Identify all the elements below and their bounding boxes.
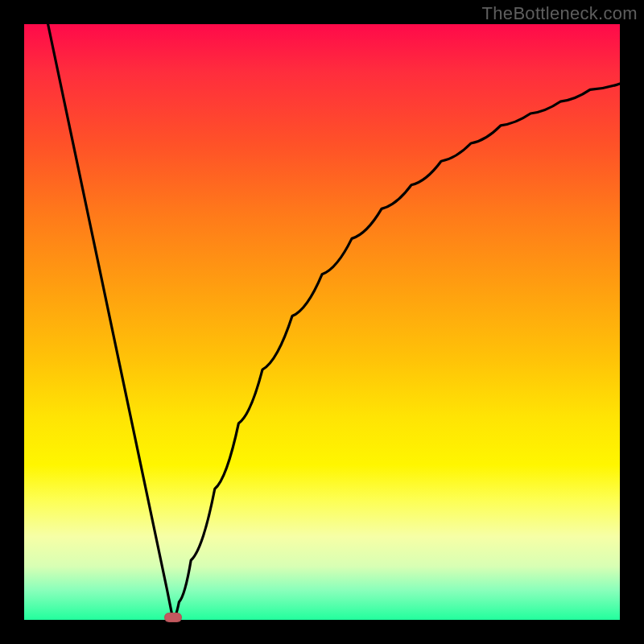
chart-frame: TheBottleneck.com xyxy=(0,0,644,644)
watermark-text: TheBottleneck.com xyxy=(482,3,638,24)
bottleneck-curve xyxy=(24,24,620,620)
min-marker xyxy=(164,613,182,622)
curve-path xyxy=(48,24,620,620)
plot-area xyxy=(24,24,620,620)
